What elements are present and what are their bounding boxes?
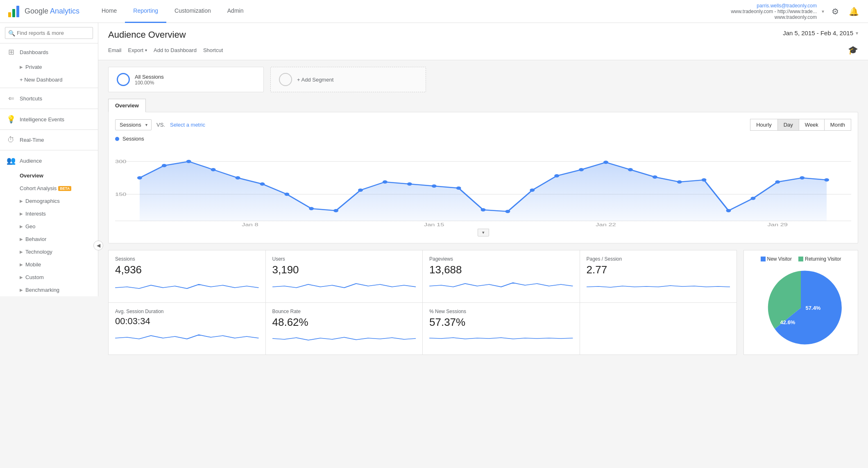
time-btn-week[interactable]: Week xyxy=(799,119,825,131)
content-area: Audience Overview Jan 5, 2015 - Feb 4, 2… xyxy=(98,23,868,468)
segment-all-sessions[interactable]: All Sessions 100.00% xyxy=(108,67,264,92)
shortcut-button[interactable]: Shortcut xyxy=(203,47,223,53)
sidebar-item-new-dashboard[interactable]: + New Dashboard xyxy=(20,73,98,86)
metric-label-bounce-rate: Bounce Rate xyxy=(272,309,416,314)
svg-point-20 xyxy=(432,184,437,188)
dashboards-icon: ⊞ xyxy=(7,48,16,57)
search-input[interactable] xyxy=(5,27,93,39)
svg-rect-2 xyxy=(16,6,19,17)
svg-text:Jan 29: Jan 29 xyxy=(768,222,788,227)
overview-tab[interactable]: Overview xyxy=(108,99,146,112)
time-btn-day[interactable]: Day xyxy=(777,119,799,131)
svg-rect-0 xyxy=(8,12,11,17)
behavior-arrow: ▶ xyxy=(20,237,23,241)
metric-value-pages-session: 2.77 xyxy=(587,264,730,276)
overview-tab-row: Overview xyxy=(98,99,868,112)
pie-chart-svg: 57.4% 42.6% xyxy=(760,267,842,349)
nav-home[interactable]: Home xyxy=(93,0,125,23)
demographics-label: Demographics xyxy=(25,198,60,204)
time-btn-hourly[interactable]: Hourly xyxy=(750,119,778,131)
account-info[interactable]: parris.wells@tradeonly.com www.tradeonly… xyxy=(731,3,817,20)
sidebar-divider-4 xyxy=(0,150,98,150)
date-range-text: Jan 5, 2015 - Feb 4, 2015 xyxy=(783,30,853,36)
sidebar-item-interests[interactable]: ▶ Interests xyxy=(20,207,98,220)
sidebar-divider-1 xyxy=(0,88,98,88)
metrics-area: Sessions 4,936 Users 3,190 Pageviews 13,… xyxy=(98,250,868,361)
pie-legend-new-visitor: New Visitor xyxy=(761,256,792,262)
metric-select[interactable]: Sessions xyxy=(115,119,152,130)
sidebar-collapse-button[interactable]: ◀ xyxy=(93,241,103,250)
sidebar-item-technology[interactable]: ▶ Technology xyxy=(20,245,98,258)
add-segment-text: + Add Segment xyxy=(297,77,333,83)
sidebar-item-custom[interactable]: ▶ Custom xyxy=(20,271,98,284)
metric-value-users: 3,190 xyxy=(272,264,416,276)
sidebar-search-section: 🔍 xyxy=(0,23,98,43)
nav-right: parris.wells@tradeonly.com www.tradeonly… xyxy=(731,3,861,20)
realtime-label: Real-Time xyxy=(20,137,44,143)
svg-point-25 xyxy=(554,174,559,177)
private-arrow: ▶ xyxy=(20,65,23,69)
svg-point-34 xyxy=(775,180,780,184)
chart-controls-left: Sessions VS. Select a metric xyxy=(115,119,205,130)
svg-point-29 xyxy=(653,175,657,179)
sidebar-item-demographics[interactable]: ▶ Demographics xyxy=(20,195,98,207)
sessions-chart-svg: 300 150 xyxy=(115,145,851,227)
mobile-label: Mobile xyxy=(25,261,41,268)
sidebar-item-geo[interactable]: ▶ Geo xyxy=(20,220,98,233)
metric-label-pages-session: Pages / Session xyxy=(587,256,730,262)
sparkline-users xyxy=(272,279,416,293)
date-range-picker[interactable]: Jan 5, 2015 - Feb 4, 2015 ▾ xyxy=(783,30,858,36)
sidebar-item-audience[interactable]: 👥 Audience xyxy=(0,152,98,169)
sidebar-item-dashboards[interactable]: ⊞ Dashboards xyxy=(0,43,98,61)
segment-add[interactable]: + Add Segment xyxy=(270,67,426,92)
sidebar-item-mobile[interactable]: ▶ Mobile xyxy=(20,258,98,271)
benchmarking-label: Benchmarking xyxy=(25,287,59,293)
sidebar-item-private[interactable]: ▶ Private xyxy=(20,61,98,73)
beta-badge: BETA xyxy=(58,186,71,191)
segment-circle-all xyxy=(117,73,130,86)
school-icon[interactable]: 🎓 xyxy=(848,45,858,55)
content-actions: Email Export ▾ Add to Dashboard Shortcut… xyxy=(108,45,858,60)
sidebar-item-audience-overview[interactable]: Overview xyxy=(0,169,98,182)
export-button[interactable]: Export ▾ xyxy=(128,47,147,53)
add-dashboard-button[interactable]: Add to Dashboard xyxy=(154,47,197,53)
notifications-icon[interactable]: 🔔 xyxy=(846,4,861,19)
nav-reporting[interactable]: Reporting xyxy=(125,0,166,23)
sidebar-item-cohort[interactable]: Cohort Analysis BETA xyxy=(0,182,98,195)
google-analytics-logo xyxy=(7,4,21,19)
metric-card-bounce-rate: Bounce Rate 48.62% xyxy=(266,303,423,355)
svg-point-15 xyxy=(309,207,314,210)
sidebar-sub-dashboards: ▶ Private + New Dashboard xyxy=(0,61,98,86)
account-dropdown-arrow[interactable]: ▾ xyxy=(822,9,824,14)
sidebar-item-benchmarking[interactable]: ▶ Benchmarking xyxy=(20,284,98,296)
time-btn-month[interactable]: Month xyxy=(824,119,851,131)
svg-text:Jan 22: Jan 22 xyxy=(596,222,616,227)
svg-point-17 xyxy=(358,189,363,192)
sparkline-bounce-rate xyxy=(272,332,416,345)
metric-value-sessions: 4,936 xyxy=(115,264,259,276)
svg-text:Jan 8: Jan 8 xyxy=(242,222,258,227)
svg-point-26 xyxy=(579,168,584,171)
nav-customization[interactable]: Customization xyxy=(166,0,219,23)
audience-label: Audience xyxy=(20,158,42,164)
settings-icon[interactable]: ⚙ xyxy=(829,4,841,19)
geo-arrow: ▶ xyxy=(20,224,23,229)
sidebar-item-realtime[interactable]: ⏱ Real-Time xyxy=(0,132,98,148)
logo-text: Google Analytics xyxy=(25,7,79,16)
geo-label: Geo xyxy=(25,223,36,229)
intelligence-icon: 💡 xyxy=(7,115,16,124)
sidebar-item-shortcuts[interactable]: ⇐ Shortcuts xyxy=(0,90,98,107)
svg-point-35 xyxy=(800,176,805,179)
nav-admin[interactable]: Admin xyxy=(219,0,252,23)
sidebar-divider-3 xyxy=(0,129,98,130)
email-button[interactable]: Email xyxy=(108,47,122,53)
sidebar-item-behavior[interactable]: ▶ Behavior xyxy=(20,233,98,245)
cohort-label: Cohort Analysis xyxy=(20,185,57,191)
sparkline-pageviews xyxy=(429,279,573,293)
chart-expand-btn[interactable]: ▾ xyxy=(478,229,489,236)
sidebar-item-intelligence[interactable]: 💡 Intelligence Events xyxy=(0,111,98,128)
metric-card-new-sessions: % New Sessions 57.37% xyxy=(423,303,580,355)
svg-point-14 xyxy=(284,193,289,196)
select-metric-link[interactable]: Select a metric xyxy=(170,122,205,128)
metric-value-pageviews: 13,688 xyxy=(429,264,573,276)
